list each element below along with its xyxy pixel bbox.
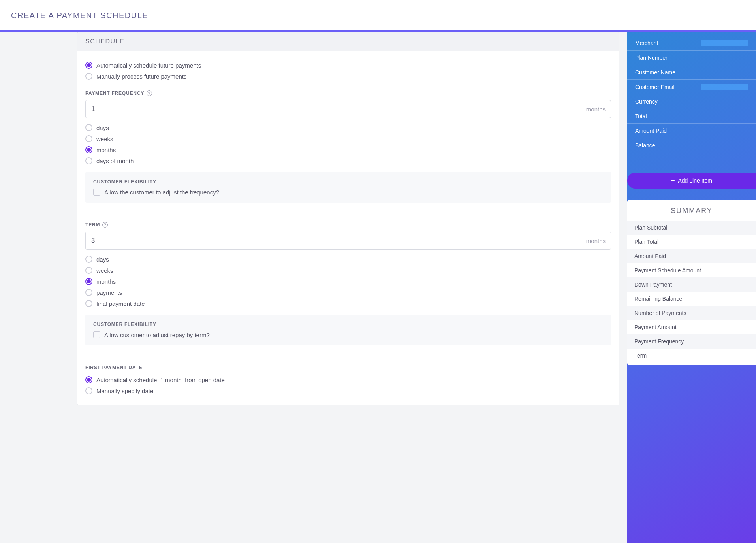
info-row-amount-paid: Amount Paid (627, 124, 756, 138)
body-wrap: SCHEDULE Automatically schedule future p… (0, 32, 756, 543)
radio-icon (85, 300, 92, 307)
firstpay-prefix: Automatically schedule (96, 377, 157, 383)
page-header: CREATE A PAYMENT SCHEDULE (0, 0, 756, 32)
info-row-total: Total (627, 109, 756, 124)
radio-label: months (96, 147, 116, 153)
radio-term-payments[interactable]: payments (85, 287, 611, 298)
radio-mode-auto[interactable]: Automatically schedule future payments (85, 60, 611, 71)
radio-icon (85, 135, 92, 142)
add-line-item-label: Add Line Item (678, 177, 712, 184)
radio-label: payments (96, 289, 122, 296)
summary-row-down-payment: Down Payment (627, 277, 756, 292)
divider (85, 213, 611, 213)
radio-label: Manually specify date (96, 388, 153, 394)
info-value-placeholder (701, 40, 748, 46)
summary-row-payment-amount: Payment Amount (627, 320, 756, 334)
info-row-customer-email: Customer Email (627, 80, 756, 94)
info-row-customer-name: Customer Name (627, 65, 756, 80)
frequency-input-wrap: months (85, 100, 611, 118)
firstpay-auto-label: Automatically schedule 1 month from open… (96, 377, 225, 383)
summary-row-amount-paid: Amount Paid (627, 249, 756, 263)
schedule-panel-body: Automatically schedule future payments M… (77, 51, 619, 405)
firstpay-interval: 1 month (160, 377, 182, 383)
radio-freq-months[interactable]: months (85, 144, 611, 155)
info-label: Plan Number (635, 55, 668, 61)
radio-label: days (96, 256, 109, 263)
radio-label: days (96, 124, 109, 131)
radio-icon (85, 256, 92, 263)
radio-label: weeks (96, 267, 113, 274)
radio-term-weeks[interactable]: weeks (85, 265, 611, 276)
summary-row-number-of-payments: Number of Payments (627, 306, 756, 320)
radio-icon (85, 278, 92, 285)
divider (85, 356, 611, 356)
radio-freq-days[interactable]: days (85, 122, 611, 133)
info-label: Amount Paid (635, 128, 667, 134)
info-label: Balance (635, 142, 655, 149)
term-flexibility-box: CUSTOMER FLEXIBILITY Allow customer to a… (85, 315, 611, 345)
frequency-label-text: PAYMENT FREQUENCY (85, 90, 144, 96)
radio-icon (85, 124, 92, 131)
info-label: Customer Email (635, 84, 675, 90)
info-label: Customer Name (635, 69, 675, 75)
add-line-item-button[interactable]: + Add Line Item (627, 173, 756, 189)
frequency-flexibility-box: CUSTOMER FLEXIBILITY Allow the customer … (85, 172, 611, 203)
right-sidebar: Merchant Plan Number Customer Name Custo… (627, 32, 756, 543)
radio-icon (85, 376, 92, 383)
term-label-text: TERM (85, 222, 100, 228)
summary-row-payment-frequency: Payment Frequency (627, 334, 756, 349)
summary-row-plan-total: Plan Total (627, 235, 756, 249)
radio-icon (85, 289, 92, 296)
radio-icon (85, 157, 92, 164)
info-value-placeholder (701, 84, 748, 90)
summary-row-plan-subtotal: Plan Subtotal (627, 221, 756, 235)
left-gutter (0, 32, 77, 543)
radio-icon (85, 62, 92, 69)
radio-freq-weeks[interactable]: weeks (85, 133, 611, 144)
frequency-input[interactable] (85, 100, 611, 118)
schedule-panel-header: SCHEDULE (77, 32, 619, 51)
term-label: TERM ? (85, 222, 611, 228)
info-label: Total (635, 113, 647, 119)
info-row-balance: Balance (627, 138, 756, 153)
checkbox-icon (93, 331, 100, 338)
radio-term-final-date[interactable]: final payment date (85, 298, 611, 309)
radio-icon (85, 267, 92, 274)
radio-firstpay-auto[interactable]: Automatically schedule 1 month from open… (85, 374, 611, 385)
radio-label: months (96, 278, 116, 285)
plus-icon: + (671, 177, 675, 184)
frequency-flex-check[interactable]: Allow the customer to adjust the frequen… (93, 189, 603, 196)
info-list: Merchant Plan Number Customer Name Custo… (627, 32, 756, 153)
radio-label: final payment date (96, 300, 145, 307)
radio-freq-days-of-month[interactable]: days of month (85, 155, 611, 166)
frequency-label: PAYMENT FREQUENCY ? (85, 90, 611, 96)
term-flex-title: CUSTOMER FLEXIBILITY (93, 322, 603, 327)
radio-term-months[interactable]: months (85, 276, 611, 287)
frequency-flex-title: CUSTOMER FLEXIBILITY (93, 179, 603, 185)
summary-title: SUMMARY (627, 207, 756, 215)
summary-row-term: Term (627, 349, 756, 363)
first-payment-label-text: FIRST PAYMENT DATE (85, 365, 142, 370)
radio-firstpay-manual[interactable]: Manually specify date (85, 385, 611, 396)
frequency-suffix: months (586, 106, 606, 113)
summary-row-remaining-balance: Remaining Balance (627, 292, 756, 306)
term-input-wrap: months (85, 232, 611, 250)
info-row-plan-number: Plan Number (627, 51, 756, 65)
radio-icon (85, 73, 92, 80)
main-column: SCHEDULE Automatically schedule future p… (77, 32, 627, 543)
schedule-panel: SCHEDULE Automatically schedule future p… (77, 32, 619, 405)
help-icon[interactable]: ? (147, 90, 152, 96)
term-flex-check[interactable]: Allow customer to adjust repay by term? (93, 331, 603, 338)
term-input[interactable] (85, 232, 611, 250)
info-label: Currency (635, 98, 658, 105)
radio-label: weeks (96, 136, 113, 142)
radio-label: days of month (96, 158, 134, 164)
help-icon[interactable]: ? (102, 222, 108, 228)
summary-card: SUMMARY Plan Subtotal Plan Total Amount … (627, 200, 756, 365)
info-label: Merchant (635, 40, 658, 46)
info-row-merchant: Merchant (627, 36, 756, 51)
info-row-currency: Currency (627, 94, 756, 109)
term-suffix: months (586, 238, 606, 244)
radio-mode-manual[interactable]: Manually process future payments (85, 71, 611, 82)
radio-term-days[interactable]: days (85, 254, 611, 265)
